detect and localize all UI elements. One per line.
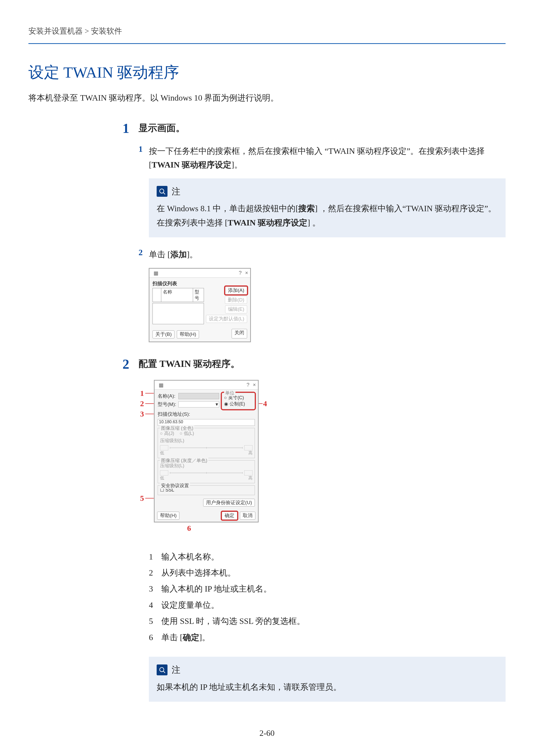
edit-button[interactable]: 编辑(E)	[225, 305, 247, 313]
ann-6: 6	[187, 524, 191, 533]
dialog2-close-button[interactable]: ×	[253, 382, 256, 388]
note2-label: 注	[172, 662, 180, 677]
dialog2-help-button[interactable]: ?	[247, 382, 250, 388]
compress-color-legend: 图像压缩 (全色)	[160, 425, 194, 431]
security-fieldset: 安全协议设置 ☐ SSL	[158, 485, 255, 495]
step1-title: 显示画面。	[139, 122, 506, 134]
unit-mm-radio[interactable]: ◉ 公制(E)	[224, 401, 253, 407]
ann-5: 5	[140, 494, 144, 502]
step1-sub1-c: ]。	[231, 160, 242, 169]
intro-text: 将本机登录至 TWAIN 驱动程序。以 Windows 10 界面为例进行说明。	[28, 92, 506, 104]
compress-grey-fieldset: 图像压缩 (灰度／单色) 压缩级别(L) 低高	[158, 460, 255, 483]
info-icon	[157, 186, 168, 197]
step2-title: 配置 TWAIN 驱动程序。	[139, 358, 506, 370]
grade2-high-label: 高	[248, 475, 253, 481]
compress-grey-legend: 图像压缩 (灰度／单色)	[160, 457, 208, 464]
step1-sub2-num: 2	[139, 248, 149, 261]
breadcrumb-sep: >	[85, 27, 89, 35]
s1s2-b: 添加	[170, 250, 187, 259]
svg-point-0	[160, 189, 164, 193]
close-button[interactable]: 关闭	[231, 329, 247, 338]
page-title: 设定 TWAIN 驱动程序	[28, 62, 506, 83]
model-label: 型号(M):	[158, 401, 178, 408]
ann-3: 3	[140, 410, 144, 418]
help-button[interactable]: 帮助(H)	[177, 331, 199, 338]
exp4-t: 设定度量单位。	[161, 600, 219, 610]
exp6-c: ]。	[199, 633, 210, 642]
exp5-n: 5	[149, 613, 161, 629]
security-legend: 安全协议设置	[160, 482, 190, 489]
explanation-list: 1输入本机名称。 2从列表中选择本机。 3输入本机的 IP 地址或主机名。 4设…	[149, 549, 506, 645]
grade2-num-low	[160, 470, 168, 475]
exp6-b: 确定	[183, 633, 199, 642]
exp1-n: 1	[149, 549, 161, 565]
exp1-t: 输入本机名称。	[161, 552, 219, 561]
unit-legend: 单位	[224, 390, 235, 396]
ok-button[interactable]: 确定	[222, 512, 237, 520]
help-button-2[interactable]: 帮助(H)	[157, 512, 179, 520]
exp3-t: 输入本机的 IP 地址或主机名。	[161, 584, 272, 593]
grade-label: 压缩级别(L)	[160, 438, 253, 444]
addr-label: 扫描仪地址(S):	[158, 411, 190, 418]
note-1: 注 在 Windows 8.1 中，单击超级按钮中的[搜索] ，然后在搜索框中输…	[149, 178, 506, 238]
grade-slider[interactable]	[170, 447, 243, 448]
delete-button[interactable]: 删除(D)	[225, 296, 247, 304]
grade2-num-high	[244, 470, 253, 475]
twain-list-dialog: ▦ ? × 扫描仪列表 名称 型号	[149, 268, 251, 342]
col-name: 名称	[161, 288, 193, 302]
note2-body: 如果本机的 IP 地址或主机名未知，请联系管理员。	[157, 680, 498, 694]
s1s2-c: ]。	[187, 250, 198, 259]
grade-low-label: 低	[160, 450, 164, 456]
compress-color-fieldset: 图像压缩 (全色) ○ 高(J) ○ 低(L) 压缩级别(L) 低高	[158, 428, 255, 458]
exp5-t: 使用 SSL 时，请勾选 SSL 旁的复选框。	[161, 616, 305, 626]
page-number: 2-60	[0, 728, 534, 738]
dialog2-icon: ▦	[159, 382, 164, 388]
svg-point-2	[160, 667, 164, 672]
unit-fieldset: 单位 ○ 英寸(C) ◉ 公制(E)	[222, 393, 255, 409]
scanner-list-body[interactable]	[152, 303, 204, 324]
col-model: 型号	[193, 288, 204, 302]
exp6-a: 单击 [	[161, 633, 183, 642]
step-number-1: 1	[109, 122, 139, 342]
auth-settings-button[interactable]: 用户身份验证设定(U)	[203, 499, 255, 507]
dialog1-titlebar: ▦ ? ×	[149, 269, 250, 278]
twain-config-figure: 1 2 3 4 5 6 ▦ ? ×	[139, 380, 273, 540]
step1-sub2-text: 单击 [添加]。	[149, 248, 506, 261]
twain-config-dialog: ▦ ? × 名称(A): 型号(M):▾ 单位 ○ 英寸(C	[154, 380, 258, 522]
exp4-n: 4	[149, 597, 161, 613]
grade2-slider[interactable]	[170, 472, 243, 473]
breadcrumb-child: 安装软件	[91, 27, 122, 35]
scanner-list-label: 扫描仪列表	[152, 280, 204, 287]
note1-a: 在 Windows 8.1 中，单击超级按钮中的[	[157, 204, 298, 213]
header-rule	[28, 43, 506, 44]
note1-d: TWAIN 驱动程序设定	[228, 218, 307, 227]
step1-sub1-b: TWAIN 驱动程序设定	[152, 160, 231, 169]
dialog1-close-button[interactable]: ×	[245, 270, 248, 276]
ann-4: 4	[263, 399, 267, 408]
model-select[interactable]: ▾	[178, 401, 219, 408]
breadcrumb: 安装并设置机器 > 安装软件	[28, 26, 506, 37]
exp6-n: 6	[149, 629, 161, 645]
note1-body: 在 Windows 8.1 中，单击超级按钮中的[搜索] ，然后在搜索框中输入“…	[157, 202, 498, 230]
note1-e: ] 。	[307, 218, 321, 227]
dialog1-help-button[interactable]: ?	[239, 270, 242, 276]
note1-label: 注	[172, 184, 180, 199]
about-button[interactable]: 关于(B)	[152, 331, 174, 338]
set-default-button[interactable]: 设定为默认值(L)	[206, 315, 247, 323]
cancel-button[interactable]: 取消	[240, 512, 255, 520]
step1-sub1-text: 按一下任务栏中的搜索框，然后在搜索框中输入 “TWAIN 驱动程序设定”。在搜索…	[149, 144, 506, 172]
svg-line-3	[163, 671, 165, 673]
name-input[interactable]	[178, 393, 219, 399]
step1-sub1-num: 1	[139, 144, 149, 172]
note-2: 注 如果本机的 IP 地址或主机名未知，请联系管理员。	[149, 657, 506, 702]
grade-high-label: 高	[248, 450, 253, 456]
dialog2-titlebar: ▦ ? ×	[154, 381, 258, 390]
scanner-list-header: 名称 型号	[152, 288, 204, 302]
grade-num-high	[244, 445, 253, 450]
grade-num-low	[160, 445, 168, 450]
breadcrumb-parent: 安装并设置机器	[28, 27, 83, 35]
s1s2-a: 单击 [	[149, 250, 170, 259]
exp3-n: 3	[149, 581, 161, 597]
exp2-t: 从列表中选择本机。	[161, 568, 236, 577]
add-button[interactable]: 添加(A)	[225, 286, 247, 294]
